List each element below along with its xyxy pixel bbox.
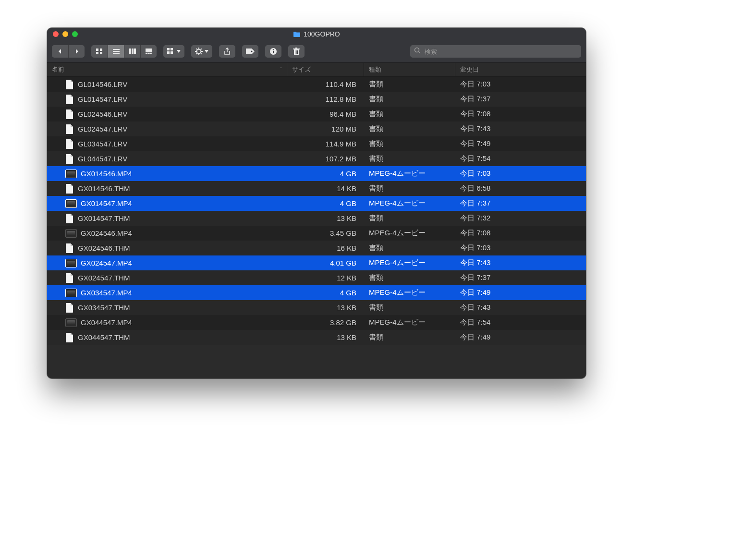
svg-rect-35 (295, 50, 295, 54)
chevron-down-icon (177, 50, 181, 53)
svg-rect-3 (100, 52, 102, 54)
finder-window: { "window": { "title": "100GOPRO" }, "se… (47, 28, 586, 378)
file-row[interactable]: GL044547.LRV107.2 MB書類今日 7:54 (47, 151, 586, 166)
svg-rect-25 (201, 53, 202, 55)
file-size: 4 GB (287, 285, 364, 300)
back-button[interactable] (52, 45, 68, 58)
file-name: GL024547.LRV (78, 125, 127, 133)
tags-button[interactable] (242, 45, 258, 58)
file-list[interactable]: GL014546.LRV110.4 MB書類今日 7:03GL014547.LR… (47, 77, 586, 378)
document-file-icon (65, 333, 74, 342)
file-kind: MPEG-4ムービー (364, 255, 455, 270)
svg-rect-27 (196, 53, 197, 55)
document-file-icon (65, 273, 74, 283)
file-date: 今日 7:37 (455, 196, 586, 211)
video-file-icon (65, 259, 77, 267)
trash-button[interactable] (288, 45, 305, 58)
file-size: 4.01 GB (287, 255, 364, 270)
file-date: 今日 7:37 (455, 270, 586, 285)
column-header-kind[interactable]: 種類 (364, 63, 455, 76)
column-header-name[interactable]: 名前 ˆ (47, 63, 287, 76)
svg-rect-23 (201, 51, 203, 52)
file-name: GL044547.LRV (78, 155, 127, 163)
svg-rect-15 (167, 48, 170, 50)
file-kind: 書類 (364, 300, 455, 315)
file-row[interactable]: GL034547.LRV114.9 MB書類今日 7:49 (47, 136, 586, 151)
forward-button[interactable] (68, 45, 85, 58)
file-row[interactable]: GX014546.MP44 GBMPEG-4ムービー今日 7:03 (47, 166, 586, 181)
file-name: GX024546.THM (78, 244, 130, 252)
file-kind: 書類 (364, 136, 455, 151)
svg-rect-11 (146, 53, 147, 54)
column-header-name-label: 名前 (52, 65, 64, 74)
file-row[interactable]: GL024546.LRV96.4 MB書類今日 7:08 (47, 107, 586, 121)
share-button[interactable] (219, 45, 235, 58)
document-file-icon (65, 139, 74, 149)
file-row[interactable]: GX014547.THM13 KB書類今日 7:32 (47, 211, 586, 226)
view-list-button[interactable] (108, 45, 124, 58)
sort-ascending-icon: ˆ (280, 67, 282, 73)
file-kind: 書類 (364, 330, 455, 345)
action-button[interactable] (191, 45, 212, 58)
file-row[interactable]: GX024546.THM16 KB書類今日 7:03 (47, 241, 586, 255)
document-file-icon (65, 124, 74, 134)
file-row[interactable]: GX034547.THM13 KB書類今日 7:43 (47, 300, 586, 315)
file-size: 107.2 MB (287, 151, 364, 166)
fullscreen-window-button[interactable] (72, 31, 78, 37)
video-file-icon (65, 229, 77, 238)
file-row[interactable]: GX024547.MP44.01 GBMPEG-4ムービー今日 7:43 (47, 255, 586, 270)
column-header-date[interactable]: 変更日 (455, 63, 586, 76)
info-button[interactable] (265, 45, 281, 58)
file-kind: MPEG-4ムービー (364, 226, 455, 241)
file-name: GL024546.LRV (78, 110, 127, 118)
arrange-button[interactable] (163, 45, 184, 58)
file-kind: MPEG-4ムービー (364, 315, 455, 330)
file-date: 今日 7:37 (455, 92, 586, 107)
file-row[interactable]: GX044547.MP43.82 GBMPEG-4ムービー今日 7:54 (47, 315, 586, 330)
document-file-icon (65, 214, 74, 223)
close-window-button[interactable] (53, 31, 59, 37)
search-field[interactable] (410, 45, 581, 58)
file-row[interactable]: GL014547.LRV112.8 MB書類今日 7:37 (47, 92, 586, 107)
document-file-icon (65, 303, 74, 313)
file-row[interactable]: GX014547.MP44 GBMPEG-4ムービー今日 7:37 (47, 196, 586, 211)
svg-rect-9 (134, 49, 136, 54)
file-date: 今日 7:08 (455, 107, 586, 121)
file-size: 3.82 GB (287, 315, 364, 330)
file-size: 114.9 MB (287, 136, 364, 151)
file-row[interactable]: GX044547.THM13 KB書類今日 7:49 (47, 330, 586, 345)
view-gallery-button[interactable] (140, 45, 157, 58)
file-row[interactable]: GX014546.THM14 KB書類今日 6:58 (47, 181, 586, 196)
file-name: GX014546.THM (78, 184, 130, 193)
chevron-down-icon (205, 50, 208, 53)
column-header-size[interactable]: サイズ (287, 63, 364, 76)
video-file-icon (65, 199, 77, 208)
file-size: 14 KB (287, 181, 364, 196)
file-row[interactable]: GL014546.LRV110.4 MB書類今日 7:03 (47, 77, 586, 92)
file-row[interactable]: GX024547.THM12 KB書類今日 7:37 (47, 270, 586, 285)
view-columns-button[interactable] (124, 45, 140, 58)
file-row[interactable]: GX024546.MP43.45 GBMPEG-4ムービー今日 7:08 (47, 226, 586, 241)
file-row[interactable]: GX034547.MP44 GBMPEG-4ムービー今日 7:49 (47, 285, 586, 300)
minimize-window-button[interactable] (62, 31, 68, 37)
svg-rect-36 (296, 50, 297, 54)
svg-rect-16 (171, 48, 173, 50)
file-kind: 書類 (364, 121, 455, 136)
view-icons-button[interactable] (91, 45, 108, 58)
svg-line-39 (419, 52, 420, 53)
document-file-icon (65, 109, 74, 119)
file-size: 4 GB (287, 166, 364, 181)
file-kind: 書類 (364, 241, 455, 255)
file-size: 120 MB (287, 121, 364, 136)
svg-rect-33 (293, 49, 300, 49)
file-kind: 書類 (364, 92, 455, 107)
document-file-icon (65, 154, 74, 164)
toolbar (47, 40, 586, 63)
file-row[interactable]: GL024547.LRV120 MB書類今日 7:43 (47, 121, 586, 136)
svg-rect-18 (171, 51, 173, 54)
document-file-icon (65, 80, 74, 89)
svg-rect-22 (195, 51, 196, 52)
search-input[interactable] (424, 48, 577, 56)
file-date: 今日 6:58 (455, 181, 586, 196)
video-file-icon (65, 170, 77, 178)
